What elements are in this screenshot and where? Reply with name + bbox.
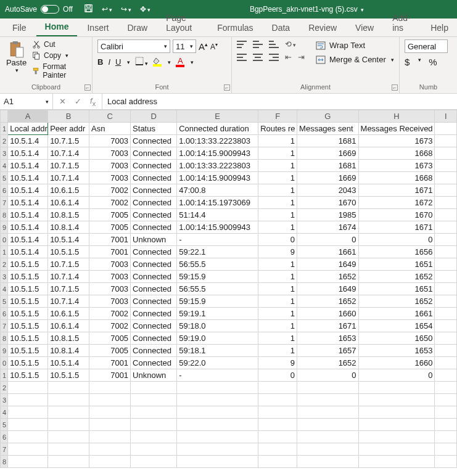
cell[interactable]: Routes re <box>258 123 297 135</box>
cell[interactable]: 1669 <box>297 172 358 184</box>
cell[interactable] <box>435 246 457 258</box>
cell[interactable] <box>297 443 358 456</box>
cell[interactable] <box>177 382 258 394</box>
cell[interactable] <box>89 406 131 419</box>
cell[interactable]: 1672 <box>358 197 435 209</box>
cell[interactable] <box>358 382 435 394</box>
cell[interactable]: 59:15.9 <box>177 271 258 283</box>
cell[interactable]: Connected <box>131 246 177 258</box>
align-right-icon[interactable] <box>269 54 279 61</box>
wrap-text-button[interactable]: Wrap Text <box>316 41 394 50</box>
cell[interactable]: 10.7.1.4 <box>48 172 89 184</box>
cell[interactable]: 2043 <box>297 184 358 197</box>
cell[interactable]: 10.5.1.4 <box>48 357 89 369</box>
row-header[interactable]: 3 <box>1 147 8 160</box>
cell[interactable]: 1660 <box>297 308 358 320</box>
row-header[interactable]: 4 <box>1 406 8 419</box>
align-middle-icon[interactable] <box>253 41 263 48</box>
cell[interactable] <box>258 394 297 406</box>
cell[interactable]: 10.7.1.5 <box>48 283 89 295</box>
cell[interactable] <box>435 443 457 456</box>
cell[interactable]: 7002 <box>89 308 131 320</box>
cell[interactable] <box>131 382 177 394</box>
cell[interactable]: 1649 <box>297 283 358 295</box>
row-header[interactable]: 1 <box>1 369 8 382</box>
cell[interactable]: 10.5.1.5 <box>8 271 48 283</box>
tab-data[interactable]: Data <box>263 19 299 36</box>
cell[interactable]: Connected <box>131 221 177 234</box>
cell[interactable] <box>435 308 457 320</box>
percent-button[interactable]: % <box>429 57 437 67</box>
cell[interactable]: 10.5.1.4 <box>8 160 48 172</box>
cell[interactable]: 7005 <box>89 221 131 234</box>
cell[interactable]: Connected <box>131 184 177 197</box>
align-bottom-icon[interactable] <box>269 41 279 48</box>
enter-icon[interactable]: ✓ <box>75 97 81 106</box>
cell[interactable]: 1 <box>258 197 297 209</box>
cell[interactable] <box>435 209 457 221</box>
cell[interactable]: 10.5.1.4 <box>8 197 48 209</box>
number-format-select[interactable]: General <box>405 39 448 53</box>
cell[interactable]: 7005 <box>89 332 131 345</box>
cell[interactable]: 7003 <box>89 271 131 283</box>
cell[interactable] <box>435 184 457 197</box>
cell[interactable]: 59:19.0 <box>177 332 258 345</box>
cell[interactable]: 1 <box>258 295 297 308</box>
row-header[interactable]: 4 <box>1 283 8 295</box>
cell[interactable]: 0 <box>358 234 435 246</box>
cell[interactable] <box>8 443 48 456</box>
cell[interactable]: 7002 <box>89 197 131 209</box>
cell[interactable]: 1654 <box>358 320 435 332</box>
cell[interactable]: 10.5.1.5 <box>8 345 48 357</box>
cell[interactable]: 0 <box>297 234 358 246</box>
cell[interactable]: 1674 <box>297 221 358 234</box>
cell[interactable] <box>89 443 131 456</box>
cell[interactable]: 1.00:14:15.9009943 <box>177 172 258 184</box>
row-header[interactable]: 2 <box>1 258 8 271</box>
cell[interactable]: Connected <box>131 308 177 320</box>
cell[interactable]: 1652 <box>297 357 358 369</box>
col-header-I[interactable]: I <box>435 110 457 123</box>
cell[interactable] <box>8 406 48 419</box>
cell[interactable]: 1670 <box>297 197 358 209</box>
cell[interactable]: Local addr <box>8 123 48 135</box>
row-header[interactable]: 9 <box>1 345 8 357</box>
cell[interactable]: 0 <box>258 369 297 382</box>
cell[interactable]: 10.8.1.4 <box>48 221 89 234</box>
orientation-button[interactable]: ⟲▾ <box>285 39 296 49</box>
cell[interactable]: Connected <box>131 295 177 308</box>
cell[interactable]: 1671 <box>358 221 435 234</box>
row-header[interactable]: 1 <box>1 246 8 258</box>
cell[interactable]: Asn <box>89 123 131 135</box>
cell[interactable]: 7003 <box>89 258 131 271</box>
cell[interactable]: 10.5.1.4 <box>48 234 89 246</box>
cell[interactable] <box>435 456 457 468</box>
cell[interactable]: 1673 <box>358 160 435 172</box>
worksheet-grid[interactable]: ABCDEFGHI1Local addrPeer addrAsnStatusCo… <box>0 110 457 476</box>
cell[interactable]: 10.5.1.5 <box>48 246 89 258</box>
cell[interactable]: 7001 <box>89 369 131 382</box>
cut-button[interactable]: Cut <box>30 39 87 49</box>
cell[interactable]: 1 <box>258 135 297 147</box>
cell[interactable]: 1671 <box>297 320 358 332</box>
cell[interactable]: 59:19.1 <box>177 308 258 320</box>
format-painter-button[interactable]: Format Painter <box>30 62 87 80</box>
cell[interactable]: Connected <box>131 258 177 271</box>
cell[interactable]: Connected <box>131 320 177 332</box>
cell[interactable]: 7002 <box>89 320 131 332</box>
cell[interactable] <box>8 456 48 468</box>
cell[interactable]: 10.7.1.5 <box>48 258 89 271</box>
col-header-H[interactable]: H <box>358 110 435 123</box>
row-header[interactable]: 9 <box>1 221 8 234</box>
cell[interactable]: 1652 <box>297 271 358 283</box>
align-left-icon[interactable] <box>237 54 247 61</box>
cell[interactable]: 7001 <box>89 246 131 258</box>
cell[interactable]: 7002 <box>89 184 131 197</box>
cell[interactable] <box>435 431 457 443</box>
cell[interactable]: 10.6.1.4 <box>48 197 89 209</box>
cell[interactable]: 1681 <box>297 160 358 172</box>
italic-button[interactable]: I <box>108 57 110 67</box>
cell[interactable]: Connected <box>131 160 177 172</box>
cell[interactable] <box>258 431 297 443</box>
cell[interactable]: 9 <box>258 357 297 369</box>
